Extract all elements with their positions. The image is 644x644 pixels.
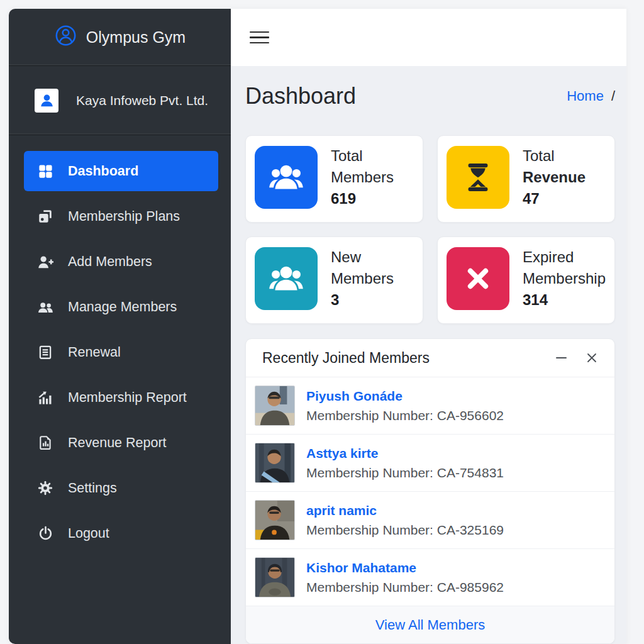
sidebar-item-label: Revenue Report: [68, 435, 167, 451]
stat-label-line1: New: [331, 247, 394, 268]
brand-title: Olympus Gym: [86, 28, 186, 47]
member-name-link[interactable]: Piyush Gonáde: [306, 389, 504, 404]
sidebar-item-label: Settings: [68, 480, 117, 496]
sidebar-item-label: Dashboard: [68, 164, 138, 179]
member-number: Membership Number: CA-985962: [306, 580, 504, 595]
sidebar-item-label: Membership Report: [68, 390, 187, 406]
stats-grid: Total Members 619: [245, 135, 615, 324]
sidebar-item-membership-plans[interactable]: Membership Plans: [24, 196, 218, 236]
stat-label-line1: Total: [523, 145, 586, 167]
sidebar-item-label: Membership Plans: [68, 209, 180, 225]
member-photo: [255, 386, 295, 426]
sidebar-item-membership-report[interactable]: Membership Report: [24, 377, 218, 418]
close-icon[interactable]: [586, 352, 598, 364]
members-group-icon: [255, 146, 318, 209]
minimize-icon[interactable]: [556, 357, 567, 358]
stat-card-new-members: New Members 3: [245, 236, 423, 324]
brand: Olympus Gym: [9, 9, 231, 66]
top-bar: [231, 9, 626, 66]
stat-label-line1: Expired: [523, 247, 606, 268]
member-name-link[interactable]: Asttya kirte: [306, 446, 504, 461]
member-photo: [255, 557, 295, 597]
gear-icon: [36, 479, 54, 497]
x-mark-icon: [447, 247, 509, 310]
sidebar-item-label: Add Members: [68, 254, 152, 270]
user-avatar-icon: [35, 89, 58, 113]
sidebar-item-renewal[interactable]: Renewal: [24, 332, 218, 372]
sidebar-item-manage-members[interactable]: Manage Members: [24, 287, 218, 327]
members-group-icon: [255, 247, 318, 310]
user-name: Kaya Infoweb Pvt. Ltd.: [76, 93, 208, 108]
view-all-members-link[interactable]: View All Members: [246, 606, 614, 643]
member-number: Membership Number: CA-325169: [306, 523, 504, 538]
breadcrumb-home-link[interactable]: Home: [567, 88, 604, 104]
stat-card-expired-membership: Expired Membership 314: [437, 236, 615, 324]
gym-logo-icon: [54, 24, 77, 51]
member-row: Asttya kirte Membership Number: CA-75483…: [246, 434, 614, 491]
member-photo: [255, 443, 295, 483]
document-lines-icon: [36, 343, 54, 361]
stat-value: 3: [331, 289, 394, 311]
stat-label-line1: Total: [331, 145, 394, 167]
user-row: Kaya Infoweb Pvt. Ltd.: [9, 66, 231, 135]
app-window: Olympus Gym Kaya Infoweb Pvt. Ltd. D: [9, 9, 626, 644]
file-chart-icon: [36, 434, 54, 452]
stat-label-line2: Membership: [523, 268, 606, 289]
stat-card-total-members: Total Members 619: [245, 135, 423, 223]
hourglass-icon: [447, 146, 509, 209]
chart-growth-icon: [36, 389, 54, 406]
hamburger-menu-icon[interactable]: [248, 28, 270, 48]
recently-joined-panel: Recently Joined Members: [245, 338, 615, 644]
sidebar-item-dashboard[interactable]: Dashboard: [24, 151, 218, 191]
stat-value: 47: [523, 188, 586, 209]
power-icon: [36, 525, 54, 542]
member-row: Piyush Gonáde Membership Number: CA-9566…: [246, 377, 614, 434]
people-icon: [36, 298, 54, 316]
content-area: Dashboard Home /: [231, 66, 626, 644]
grid-icon: [36, 162, 54, 180]
sidebar: Olympus Gym Kaya Infoweb Pvt. Ltd. D: [9, 9, 231, 644]
main-area: Dashboard Home /: [231, 9, 626, 644]
stat-value: 619: [331, 188, 394, 209]
stat-label-line2: Members: [331, 268, 394, 289]
stat-label-line2: Members: [331, 167, 394, 188]
sidebar-menu: Dashboard Membership Plans: [9, 135, 231, 558]
member-row: aprit namic Membership Number: CA-325169: [246, 491, 614, 548]
breadcrumb: Home /: [567, 88, 615, 104]
plans-clone-icon: [36, 208, 54, 225]
sidebar-item-revenue-report[interactable]: Revenue Report: [24, 423, 218, 463]
member-name-link[interactable]: aprit namic: [306, 503, 504, 518]
panel-title: Recently Joined Members: [262, 350, 556, 367]
member-number: Membership Number: CA-754831: [306, 465, 504, 480]
stat-label-line2: Revenue: [523, 167, 586, 188]
sidebar-item-label: Logout: [68, 526, 109, 541]
member-name-link[interactable]: Kishor Mahatame: [306, 560, 504, 575]
sidebar-item-settings[interactable]: Settings: [24, 468, 218, 508]
sidebar-item-label: Renewal: [68, 345, 121, 360]
sidebar-item-logout[interactable]: Logout: [24, 513, 218, 553]
stat-value: 314: [523, 289, 606, 311]
sidebar-item-add-members[interactable]: Add Members: [24, 242, 218, 282]
member-photo: [255, 500, 295, 540]
page-title: Dashboard: [245, 82, 356, 110]
member-row: Kishor Mahatame Membership Number: CA-98…: [246, 548, 614, 606]
person-add-icon: [36, 253, 54, 270]
member-number: Membership Number: CA-956602: [306, 408, 504, 423]
breadcrumb-separator: /: [611, 88, 615, 104]
stat-card-total-revenue: Total Revenue 47: [437, 135, 615, 223]
sidebar-item-label: Manage Members: [68, 299, 177, 315]
